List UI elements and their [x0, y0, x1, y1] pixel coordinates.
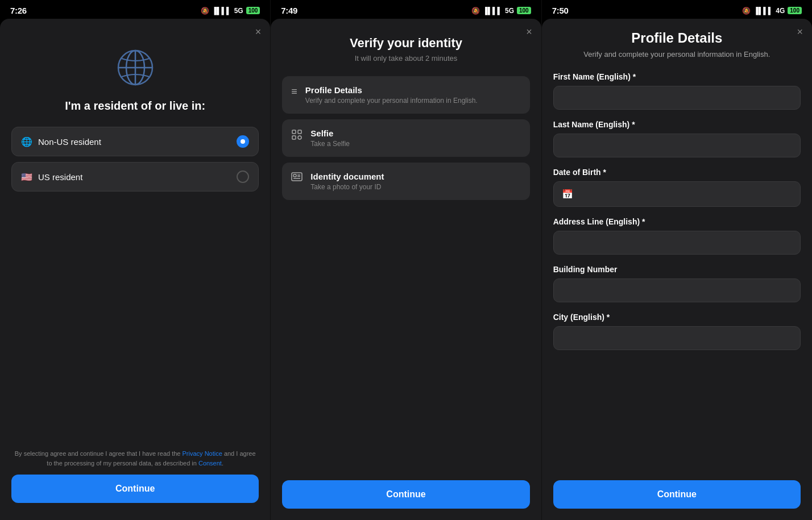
field-group-dob: Date of Birth * 📅 — [553, 168, 801, 207]
status-right-1: 🔕 ▐▌▌▌ 5G 100 — [201, 7, 260, 15]
non-us-label: Non-US resident — [38, 137, 231, 147]
close-button-2[interactable]: × — [526, 27, 532, 37]
bell-icon-1: 🔕 — [201, 7, 209, 15]
step-title-selfie: Selfie — [310, 128, 350, 138]
field-group-address: Address Line (English) * — [553, 217, 801, 255]
p3-content: Profile Details Verify and complete your… — [542, 19, 812, 469]
close-button-3[interactable]: × — [797, 27, 803, 37]
option-non-us[interactable]: 🌐 Non-US resident — [11, 127, 259, 156]
step-card-identity: Identity document Take a photo of your I… — [282, 163, 529, 200]
id-icon — [291, 172, 303, 184]
svg-rect-6 — [298, 130, 301, 134]
us-radio[interactable] — [237, 170, 249, 183]
field-group-firstname: First Name (English) * — [553, 72, 801, 110]
p3-subtitle: Verify and complete your personal inform… — [553, 49, 801, 60]
p1-title: I'm a resident of or live in: — [65, 98, 205, 113]
us-label: US resident — [38, 172, 231, 182]
field-group-city: City (English) * — [553, 313, 801, 350]
disclaimer-text: By selecting agree and continue I agree … — [11, 449, 259, 468]
step-sub-profile: Verify and complete your personal inform… — [305, 97, 478, 105]
field-input-address[interactable] — [553, 231, 801, 255]
phone-panel-2: 7:49 🔕 ▐▌▌▌ 5G 100 × Verify your identit… — [271, 0, 541, 520]
p2-content: Verify your identity It will only take a… — [271, 19, 541, 520]
list-icon: ≡ — [291, 86, 297, 98]
globe-icon — [115, 47, 156, 88]
field-input-lastname[interactable] — [553, 134, 801, 157]
field-label-lastname: Last Name (English) * — [553, 120, 801, 129]
step-text-profile: Profile Details Verify and complete your… — [305, 85, 478, 105]
p1-content: I'm a resident of or live in: 🌐 Non-US r… — [0, 19, 270, 520]
continue-button-2[interactable]: Continue — [282, 480, 529, 509]
selfie-icon — [291, 129, 303, 143]
consent-link[interactable]: Consent — [198, 460, 222, 467]
step-card-profile: ≡ Profile Details Verify and complete yo… — [282, 76, 529, 114]
field-label-firstname: First Name (English) * — [553, 72, 801, 81]
field-label-city: City (English) * — [553, 313, 801, 322]
signal-bars-1: ▐▌▌▌ — [212, 7, 231, 15]
p2-subtitle: It will only take about 2 minutes — [282, 54, 529, 63]
modal-1: × I'm a resident of or live in: 🌐 Non-US… — [0, 19, 270, 520]
us-flag: 🇺🇸 — [21, 172, 32, 182]
svg-rect-7 — [292, 136, 296, 139]
continue-button-1[interactable]: Continue — [11, 475, 259, 503]
status-bar-2: 7:49 🔕 ▐▌▌▌ 5G 100 — [271, 0, 541, 19]
field-group-building: Building Number — [553, 265, 801, 302]
signal-bars-3: ▐▌▌▌ — [753, 7, 773, 15]
status-bar-1: 7:26 🔕 ▐▌▌▌ 5G 100 — [0, 0, 270, 19]
close-button-1[interactable]: × — [255, 27, 262, 37]
status-time-1: 7:26 — [10, 6, 27, 15]
calendar-icon: 📅 — [562, 189, 573, 199]
field-input-city[interactable] — [553, 326, 801, 350]
step-text-identity: Identity document Take a photo of your I… — [310, 172, 384, 191]
svg-rect-5 — [292, 130, 296, 134]
network-type-1: 5G — [234, 7, 243, 15]
field-label-building: Building Number — [553, 265, 801, 274]
field-input-dob[interactable]: 📅 — [553, 181, 801, 207]
modal-2: × Verify your identity It will only take… — [271, 19, 541, 520]
option-us[interactable]: 🇺🇸 US resident — [11, 162, 259, 192]
step-sub-selfie: Take a Selfie — [310, 140, 350, 148]
field-input-building[interactable] — [553, 278, 801, 302]
continue-button-3[interactable]: Continue — [553, 480, 801, 509]
non-us-dot — [241, 139, 245, 144]
step-title-identity: Identity document — [310, 172, 384, 181]
battery-badge-2: 100 — [517, 7, 531, 14]
step-sub-identity: Take a photo of your ID — [310, 183, 384, 191]
field-label-dob: Date of Birth * — [553, 168, 801, 177]
privacy-link[interactable]: Privacy Notice — [183, 450, 222, 457]
status-right-2: 🔕 ▐▌▌▌ 5G 100 — [471, 7, 531, 15]
p2-title: Verify your identity — [282, 36, 529, 51]
phone-panel-3: 7:50 🔕 ▐▌▌▌ 4G 100 × Profile Details Ver… — [542, 0, 812, 520]
signal-bars-2: ▐▌▌▌ — [483, 7, 502, 15]
p3-footer: Continue — [542, 469, 812, 520]
modal-3: × Profile Details Verify and complete yo… — [542, 19, 812, 520]
svg-point-8 — [298, 136, 301, 139]
p3-title: Profile Details — [553, 30, 801, 46]
battery-badge-1: 100 — [246, 7, 260, 14]
non-us-radio[interactable] — [237, 135, 249, 148]
network-type-2: 5G — [505, 7, 514, 15]
network-type-3: 4G — [776, 7, 785, 15]
bell-icon-2: 🔕 — [471, 7, 480, 15]
bell-icon-3: 🔕 — [742, 7, 751, 15]
step-text-selfie: Selfie Take a Selfie — [310, 128, 350, 148]
step-title-profile: Profile Details — [305, 85, 478, 95]
status-time-3: 7:50 — [552, 6, 569, 15]
svg-rect-10 — [293, 174, 296, 177]
field-label-address: Address Line (English) * — [553, 217, 801, 226]
status-right-3: 🔕 ▐▌▌▌ 4G 100 — [742, 7, 802, 15]
battery-badge-3: 100 — [788, 7, 802, 14]
phone-panel-1: 7:26 🔕 ▐▌▌▌ 5G 100 × I'm a resident of o… — [0, 0, 271, 520]
status-time-2: 7:49 — [281, 6, 297, 15]
non-us-flag: 🌐 — [21, 136, 32, 147]
field-group-lastname: Last Name (English) * — [553, 120, 801, 157]
field-input-firstname[interactable] — [553, 86, 801, 110]
p1-footer: By selecting agree and continue I agree … — [11, 449, 259, 509]
step-card-selfie: Selfie Take a Selfie — [282, 119, 529, 157]
status-bar-3: 7:50 🔕 ▐▌▌▌ 4G 100 — [542, 0, 812, 19]
